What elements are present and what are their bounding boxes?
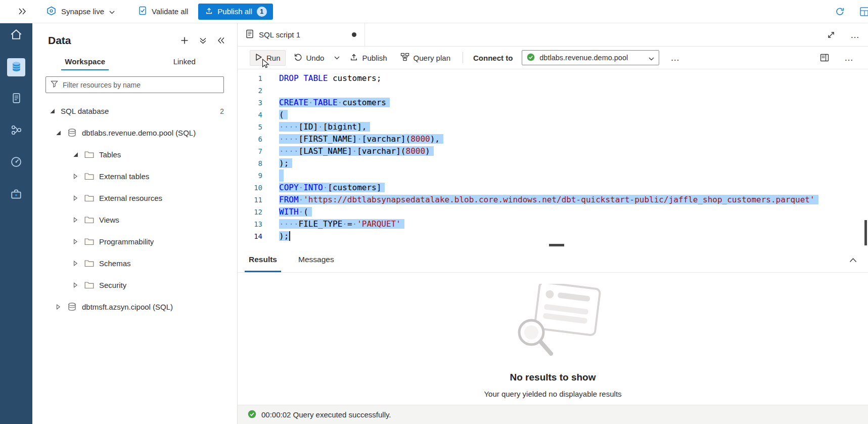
properties-icon[interactable] [819,53,830,63]
rail-item-manage[interactable] [7,186,25,204]
validate-all-button[interactable]: Validate all [138,6,188,17]
collapsed-twisty-icon[interactable] [55,304,62,310]
expand-editor-icon[interactable] [826,30,836,40]
tab-more-icon[interactable]: … [849,31,861,38]
play-icon [255,53,262,63]
code-line-4[interactable]: 4( [238,109,868,121]
connected-pool-value: dbtlabs.revenue.demo.pool [539,54,644,62]
run-options-chevron-icon[interactable] [332,53,342,63]
synapse-live-selector[interactable]: Synapse live [47,6,115,17]
line-content: FROM·'https://dbtlabsynapsedatalake.blob… [279,194,818,206]
query-plan-button[interactable]: Query plan [395,50,455,66]
tab-results[interactable]: Results [245,249,281,272]
tab-linked[interactable]: Linked [135,53,235,71]
folder-icon [84,173,94,180]
hub-navigation-rail [0,23,32,424]
rail-item-home[interactable] [7,26,25,45]
collapse-panel-icon[interactable] [216,36,226,45]
rail-item-integrate[interactable] [7,122,25,140]
refresh-icon[interactable] [834,6,846,17]
document-tab-label: SQL script 1 [259,30,300,39]
tree-item-label: Schemas [99,259,131,268]
tab-workspace[interactable]: Workspace [35,53,135,71]
line-content: DROP TABLE customers; [279,72,381,84]
tree-item-pool-dbtmsft[interactable]: dbtmsft.azsyn.cipool (SQL) [32,296,237,318]
tree-item-count: 2 [220,107,224,115]
sql-editor[interactable]: 1DROP TABLE customers;23CREATE·TABLE·cus… [238,69,868,247]
publish-all-button[interactable]: Publish all 1 [198,4,272,20]
expanded-twisty-icon[interactable] [55,130,62,136]
rail-item-monitor[interactable] [7,154,25,172]
collapsed-twisty-icon[interactable] [72,217,79,223]
connect-to-dropdown[interactable]: dbtlabs.revenue.demo.pool [522,50,659,65]
tree-item-label: SQL database [61,107,109,115]
data-explorer-panel: Data Workspace Linked SQL [32,23,237,424]
tree-item-sql-database[interactable]: SQL database2 [32,100,237,122]
collapse-results-icon[interactable] [848,257,858,264]
code-line-6[interactable]: 6····[FIRST_NAME]·[varchar](8000), [238,133,868,145]
code-line-8[interactable]: 8); [238,157,868,169]
top-command-bar: Synapse live Validate all Publish all 1 [0,0,868,23]
tree-item-external-resources[interactable]: External resources [32,187,237,209]
integrate-icon [10,124,22,138]
filter-funnel-icon [51,80,58,90]
line-number: 1 [238,72,279,84]
code-line-10[interactable]: 10COPY·INTO·[customers] [238,182,868,194]
toolbar-more-icon[interactable]: … [669,54,681,61]
code-line-14[interactable]: 14); [238,230,868,242]
line-number: 4 [238,109,279,121]
line-number: 11 [238,194,279,206]
empty-results-title: No results to show [510,372,596,383]
collapse-all-icon[interactable] [198,36,208,46]
collapsed-twisty-icon[interactable] [72,261,79,266]
vertical-scrollbar[interactable] [864,220,867,245]
code-line-7[interactable]: 7····[LAST_NAME]·[varchar](8000) [238,145,868,157]
expanded-twisty-icon[interactable] [49,108,56,114]
connected-check-icon [527,53,535,63]
code-line-11[interactable]: 11FROM·'https://dbtlabsynapsedatalake.bl… [238,194,868,206]
code-line-3[interactable]: 3CREATE·TABLE·customers [238,97,868,109]
tree-item-views[interactable]: Views [32,209,237,231]
tab-sql-script-1[interactable]: SQL script 1 [238,23,365,46]
no-results-illustration [500,284,606,359]
main-work-area: SQL script 1 … Run Un [237,23,868,424]
table-tools-icon[interactable] [859,6,868,18]
code-line-2[interactable]: 2 [238,84,868,97]
folder-icon [84,216,94,224]
add-resource-icon[interactable] [179,35,190,46]
tree-item-external-tables[interactable]: External tables [32,165,237,187]
rail-item-data[interactable] [7,58,25,76]
expanded-twisty-icon[interactable] [72,152,79,157]
tree-item-schemas[interactable]: Schemas [32,252,237,274]
line-number: 8 [238,157,279,169]
collapsed-twisty-icon[interactable] [72,239,79,244]
undo-button[interactable]: Undo [289,50,330,66]
code-lines: 1DROP TABLE customers;23CREATE·TABLE·cus… [238,72,868,242]
tree-item-tables[interactable]: Tables [32,144,237,165]
collapsed-twisty-icon[interactable] [72,195,79,201]
tree-item-label: dbtlabs.revenue.demo.pool (SQL) [82,129,196,137]
tree-item-pool-dbtlabs[interactable]: dbtlabs.revenue.demo.pool (SQL) [32,122,237,144]
collapsed-twisty-icon[interactable] [72,174,79,179]
tree-item-programmability[interactable]: Programmability [32,231,237,252]
code-line-1[interactable]: 1DROP TABLE customers; [238,72,868,84]
code-line-5[interactable]: 5····[ID]·[bigint], [238,121,868,133]
tab-messages[interactable]: Messages [294,249,338,272]
collapsed-twisty-icon[interactable] [72,282,79,288]
data-panel-tabs: Workspace Linked [32,50,237,71]
code-line-12[interactable]: 12WITH·( [238,206,868,218]
expand-sidebar-icon[interactable] [17,7,27,16]
line-number: 12 [238,206,279,218]
code-line-13[interactable]: 13····FILE_TYPE·=·'PARQUET' [238,218,868,230]
code-line-9[interactable]: 9 [238,169,868,182]
toolbar-overflow-more-icon[interactable]: … [843,54,855,61]
tree-item-security[interactable]: Security [32,274,237,296]
line-number: 6 [238,133,279,145]
filter-input[interactable] [63,81,219,89]
synapse-live-label: Synapse live [61,7,104,16]
publish-button[interactable]: Publish [345,50,392,66]
rail-item-develop[interactable] [7,90,25,108]
horizontal-scrollbar[interactable] [549,244,564,246]
run-button[interactable]: Run [250,50,286,66]
status-message: 00:00:02 Query executed successfully. [261,410,391,419]
